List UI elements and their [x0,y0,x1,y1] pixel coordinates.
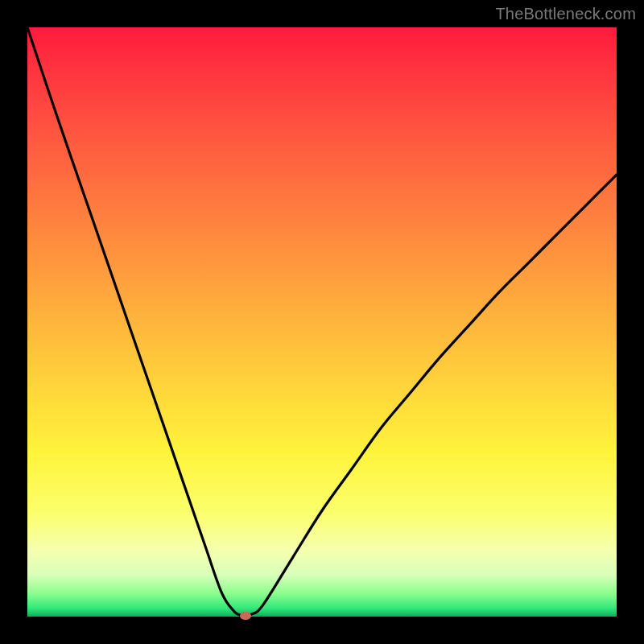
chart-frame: TheBottleneck.com [0,0,644,644]
watermark-text: TheBottleneck.com [495,5,636,23]
bottleneck-curve [27,27,617,616]
plot-area [27,27,617,617]
curve-svg [27,27,617,617]
minimum-marker [240,612,251,620]
